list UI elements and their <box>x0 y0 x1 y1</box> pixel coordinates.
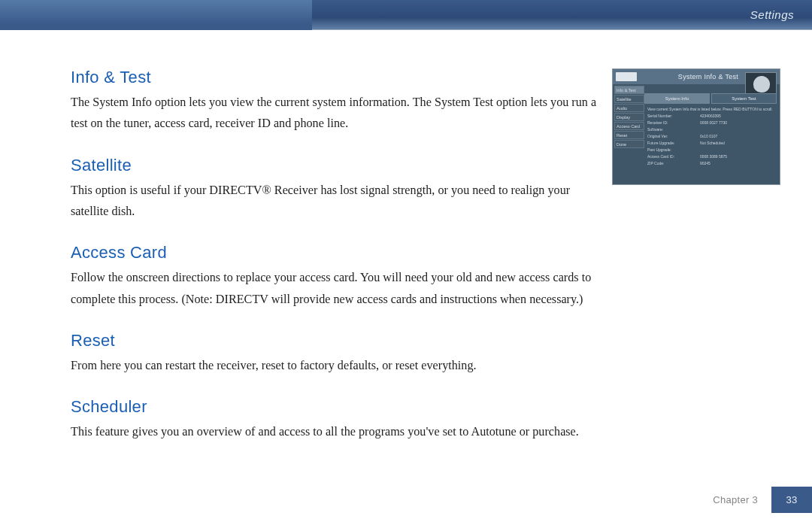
section-reset: Reset From here you can restart the rece… <box>71 331 597 376</box>
header-section-label: Settings <box>750 0 794 30</box>
inset-tab-system-info: System Info <box>644 93 710 104</box>
inset-key: Past Upgrade: <box>647 147 700 153</box>
inset-sidebar: Info & Test Satellite Audio Display Acce… <box>614 86 644 183</box>
manual-page: Settings Info & Test The System Info opt… <box>0 0 812 525</box>
inset-row: Receiver ID:0008 0027 7730 <box>647 120 774 126</box>
inset-key: ZIP Code: <box>647 161 700 166</box>
section-scheduler: Scheduler This feature gives you an over… <box>71 397 597 442</box>
inset-row: Future Upgrade:Not Scheduled <box>647 141 774 146</box>
section-satellite: Satellite This option is useful if your … <box>71 156 597 223</box>
content-column: Info & Test The System Info option lets … <box>71 68 597 464</box>
inset-key: Receiver ID: <box>647 120 700 126</box>
inset-val <box>700 147 774 153</box>
inset-val: 0x10 0107 <box>700 134 774 139</box>
inset-key: Serial Number: <box>647 114 700 119</box>
page-header: Settings <box>0 0 812 30</box>
inset-side-reset: Reset <box>614 131 644 139</box>
inset-val: 90245 <box>700 161 774 166</box>
inset-tabs: System Info System Test <box>644 93 777 104</box>
inset-body: View current System Info that is listed … <box>647 107 774 180</box>
inset-key: Original Ver: <box>647 134 700 139</box>
section-info-test: Info & Test The System Info option lets … <box>71 68 597 135</box>
inset-val <box>700 127 774 132</box>
footer-chapter-label: Chapter 3 <box>713 487 771 513</box>
heading-access-card: Access Card <box>71 243 597 262</box>
heading-reset: Reset <box>71 331 597 351</box>
inset-side-audio: Audio <box>614 104 644 112</box>
inset-hint: View current System Info that is listed … <box>647 107 774 112</box>
inset-key: Software: <box>647 127 700 132</box>
inset-row: Access Card ID:0008 3089 5875 <box>647 154 774 159</box>
inset-val: 0008 3089 5875 <box>700 154 774 159</box>
inset-tab-system-test: System Test <box>711 93 777 104</box>
inset-side-access-card: Access Card <box>614 122 644 130</box>
inset-side-display: Display <box>614 113 644 121</box>
section-access-card: Access Card Follow the onscreen directio… <box>71 243 597 310</box>
body-reset: From here you can restart the receiver, … <box>71 355 597 376</box>
page-footer: Chapter 3 33 <box>713 487 812 513</box>
body-satellite: This option is useful if your DIRECTV® R… <box>71 180 597 223</box>
inset-row: Serial Number:4234063395 <box>647 114 774 119</box>
inset-row: Past Upgrade: <box>647 147 774 153</box>
inset-row: Software: <box>647 127 774 132</box>
body-info-test: The System Info option lets you view the… <box>71 92 597 135</box>
inset-val: 4234063395 <box>700 114 774 119</box>
inset-key: Access Card ID: <box>647 154 700 159</box>
heading-scheduler: Scheduler <box>71 397 597 417</box>
heading-satellite: Satellite <box>71 156 597 175</box>
body-access-card: Follow the onscreen directions to replac… <box>71 267 597 310</box>
heading-info-test: Info & Test <box>71 68 597 87</box>
tv-menu-screenshot: System Info & Test Wed 7:14p Info & Test… <box>612 68 780 185</box>
footer-page-number: 33 <box>771 487 812 513</box>
inset-val: Not Scheduled <box>700 141 774 146</box>
inset-key: Future Upgrade: <box>647 141 700 146</box>
inset-side-info-test: Info & Test <box>614 86 644 94</box>
inset-row: Original Ver:0x10 0107 <box>647 134 774 139</box>
inset-side-done: Done <box>614 140 644 148</box>
inset-val: 0008 0027 7730 <box>700 120 774 126</box>
directv-logo-icon <box>616 72 637 81</box>
inset-side-satellite: Satellite <box>614 95 644 103</box>
inset-row: ZIP Code:90245 <box>647 161 774 166</box>
header-accent <box>0 0 312 30</box>
inset-video-preview <box>745 72 777 95</box>
body-scheduler: This feature gives you an overview of an… <box>71 421 597 442</box>
